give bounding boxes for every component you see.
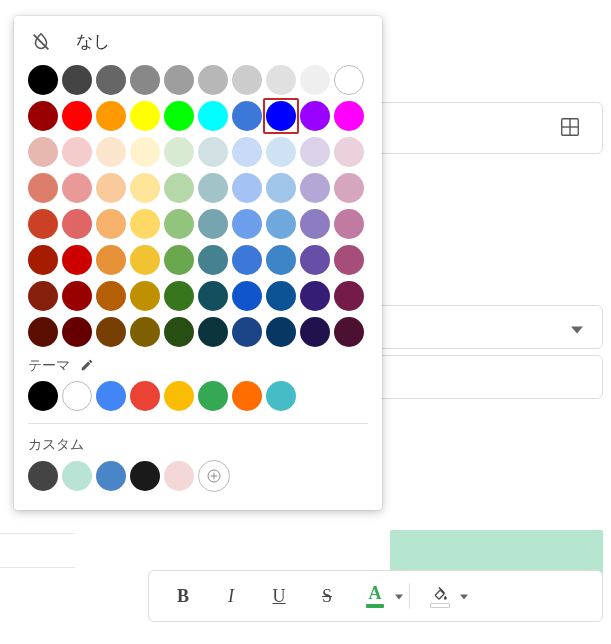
color-swatch[interactable] xyxy=(28,245,58,275)
color-swatch[interactable] xyxy=(28,461,58,491)
color-swatch[interactable] xyxy=(164,137,194,167)
color-swatch[interactable] xyxy=(300,281,330,311)
color-swatch[interactable] xyxy=(334,245,364,275)
color-swatch[interactable] xyxy=(266,65,296,95)
color-swatch[interactable] xyxy=(232,173,262,203)
color-swatch[interactable] xyxy=(164,461,194,491)
color-swatch[interactable] xyxy=(130,245,160,275)
color-swatch[interactable] xyxy=(62,381,92,411)
color-swatch[interactable] xyxy=(28,65,58,95)
no-color-option[interactable]: なし xyxy=(28,26,368,63)
color-swatch[interactable] xyxy=(96,245,126,275)
color-swatch[interactable] xyxy=(164,209,194,239)
color-swatch[interactable] xyxy=(300,101,330,131)
color-swatch[interactable] xyxy=(28,381,58,411)
color-swatch[interactable] xyxy=(198,137,228,167)
fill-color-button[interactable] xyxy=(422,578,458,614)
color-swatch[interactable] xyxy=(164,245,194,275)
color-swatch[interactable] xyxy=(130,317,160,347)
color-swatch[interactable] xyxy=(96,209,126,239)
color-swatch[interactable] xyxy=(28,137,58,167)
bold-button[interactable]: B xyxy=(165,578,201,614)
chevron-down-icon[interactable] xyxy=(395,587,403,605)
chevron-down-icon[interactable] xyxy=(460,587,468,605)
color-swatch[interactable] xyxy=(300,65,330,95)
color-swatch[interactable] xyxy=(266,281,296,311)
color-swatch[interactable] xyxy=(232,381,262,411)
color-swatch[interactable] xyxy=(96,381,126,411)
color-swatch[interactable] xyxy=(300,173,330,203)
color-swatch[interactable] xyxy=(334,101,364,131)
color-swatch[interactable] xyxy=(130,381,160,411)
color-swatch[interactable] xyxy=(334,209,364,239)
color-swatch[interactable] xyxy=(232,317,262,347)
color-swatch[interactable] xyxy=(62,173,92,203)
color-swatch[interactable] xyxy=(62,137,92,167)
color-swatch[interactable] xyxy=(96,101,126,131)
color-swatch[interactable] xyxy=(164,65,194,95)
color-swatch[interactable] xyxy=(96,281,126,311)
color-swatch[interactable] xyxy=(198,209,228,239)
color-swatch[interactable] xyxy=(198,101,228,131)
color-swatch[interactable] xyxy=(164,101,194,131)
color-swatch[interactable] xyxy=(62,101,92,131)
color-swatch[interactable] xyxy=(266,101,296,131)
color-swatch[interactable] xyxy=(62,65,92,95)
color-swatch[interactable] xyxy=(334,173,364,203)
color-swatch[interactable] xyxy=(96,461,126,491)
strikethrough-button[interactable]: S xyxy=(309,578,345,614)
color-swatch[interactable] xyxy=(266,137,296,167)
color-swatch[interactable] xyxy=(232,101,262,131)
color-swatch[interactable] xyxy=(266,245,296,275)
color-swatch[interactable] xyxy=(334,137,364,167)
color-swatch[interactable] xyxy=(266,209,296,239)
color-swatch[interactable] xyxy=(62,281,92,311)
color-swatch[interactable] xyxy=(198,281,228,311)
color-swatch[interactable] xyxy=(266,317,296,347)
color-swatch[interactable] xyxy=(164,173,194,203)
color-swatch[interactable] xyxy=(96,173,126,203)
color-swatch[interactable] xyxy=(62,245,92,275)
color-swatch[interactable] xyxy=(62,317,92,347)
color-swatch[interactable] xyxy=(164,317,194,347)
add-custom-color-button[interactable] xyxy=(198,460,230,492)
color-swatch[interactable] xyxy=(300,245,330,275)
color-swatch[interactable] xyxy=(96,65,126,95)
color-swatch[interactable] xyxy=(232,65,262,95)
color-swatch[interactable] xyxy=(300,317,330,347)
color-swatch[interactable] xyxy=(300,209,330,239)
color-swatch[interactable] xyxy=(130,101,160,131)
color-swatch[interactable] xyxy=(130,209,160,239)
color-swatch[interactable] xyxy=(28,281,58,311)
color-swatch[interactable] xyxy=(198,65,228,95)
color-swatch[interactable] xyxy=(232,137,262,167)
color-swatch[interactable] xyxy=(28,317,58,347)
color-swatch[interactable] xyxy=(96,137,126,167)
color-swatch[interactable] xyxy=(232,209,262,239)
color-swatch[interactable] xyxy=(198,173,228,203)
text-color-button[interactable]: A xyxy=(357,578,393,614)
color-swatch[interactable] xyxy=(198,317,228,347)
color-swatch[interactable] xyxy=(130,173,160,203)
color-swatch[interactable] xyxy=(28,173,58,203)
color-swatch[interactable] xyxy=(334,317,364,347)
color-swatch[interactable] xyxy=(198,381,228,411)
color-swatch[interactable] xyxy=(130,461,160,491)
color-swatch[interactable] xyxy=(266,381,296,411)
color-swatch[interactable] xyxy=(96,317,126,347)
color-swatch[interactable] xyxy=(266,173,296,203)
color-swatch[interactable] xyxy=(62,209,92,239)
color-swatch[interactable] xyxy=(130,137,160,167)
color-swatch[interactable] xyxy=(130,65,160,95)
color-swatch[interactable] xyxy=(62,461,92,491)
underline-button[interactable]: U xyxy=(261,578,297,614)
color-swatch[interactable] xyxy=(232,245,262,275)
color-swatch[interactable] xyxy=(28,209,58,239)
color-swatch[interactable] xyxy=(164,381,194,411)
color-swatch[interactable] xyxy=(130,281,160,311)
pencil-icon[interactable] xyxy=(80,358,94,375)
color-swatch[interactable] xyxy=(300,137,330,167)
table-icon[interactable] xyxy=(559,116,581,138)
color-swatch[interactable] xyxy=(198,245,228,275)
color-swatch[interactable] xyxy=(28,101,58,131)
